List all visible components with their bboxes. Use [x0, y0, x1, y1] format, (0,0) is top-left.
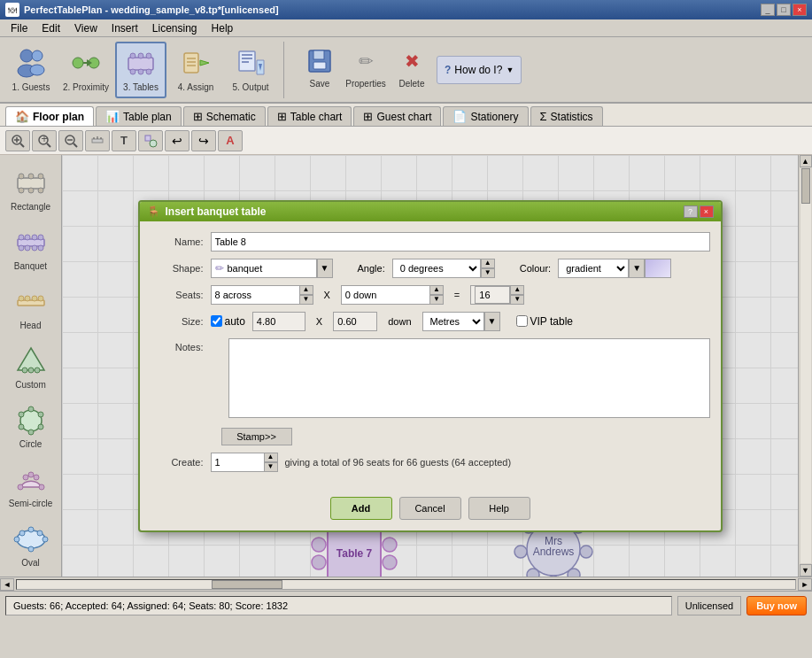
tables-button[interactable]: 3. Tables: [115, 42, 166, 98]
vip-checkbox-label[interactable]: VIP table: [516, 315, 573, 328]
sidebar-item-head[interactable]: Head: [4, 279, 58, 335]
unit-select[interactable]: Metres Feet: [422, 312, 484, 331]
tab-stationery[interactable]: 📄 Stationery: [443, 106, 528, 126]
sidebar-item-oval[interactable]: Oval: [4, 516, 58, 572]
measure-button[interactable]: [85, 130, 110, 151]
maximize-button[interactable]: □: [777, 4, 791, 16]
tab-floor-plan[interactable]: 🏠 Floor plan: [5, 106, 94, 126]
tab-schematic[interactable]: ⊞ Schematic: [183, 106, 266, 126]
colour-dropdown-button[interactable]: ▼: [629, 259, 645, 278]
help-button[interactable]: Help: [468, 497, 530, 520]
undo-button[interactable]: ↩: [165, 130, 189, 151]
output-icon: [233, 45, 268, 81]
tab-table-plan[interactable]: 📊 Table plan: [96, 106, 182, 126]
unit-dropdown-button[interactable]: ▼: [484, 312, 500, 331]
shapes-button[interactable]: [138, 130, 163, 151]
menu-licensing[interactable]: Licensing: [145, 20, 205, 36]
close-button[interactable]: ×: [793, 4, 807, 16]
seats-down-spinner-buttons[interactable]: ▲ ▼: [429, 285, 444, 305]
hscroll-left-button[interactable]: ◄: [0, 578, 14, 591]
dialog-title-text: Insert banquet table: [166, 205, 267, 218]
sidebar-item-rectangle[interactable]: Rectangle: [4, 160, 58, 216]
seats-across-input[interactable]: [211, 285, 299, 305]
scroll-thumb[interactable]: [801, 168, 810, 204]
menu-insert[interactable]: Insert: [104, 20, 145, 36]
sidebar-item-semi-circle[interactable]: Semi-circle: [4, 457, 58, 513]
seats-total-spinner[interactable]: ▲ ▼: [510, 285, 524, 305]
angle-up-button[interactable]: ▲: [481, 259, 495, 268]
horizontal-scrollbar[interactable]: ◄ ►: [0, 577, 812, 591]
dialog-close-button[interactable]: ×: [700, 205, 714, 218]
titlebar-controls[interactable]: _ □ ×: [761, 4, 807, 16]
colour-select[interactable]: gradient: [558, 259, 629, 278]
menu-edit[interactable]: Edit: [35, 20, 67, 36]
dialog-help-button[interactable]: ?: [684, 205, 698, 218]
seats-across-spinner-buttons[interactable]: ▲ ▼: [299, 285, 313, 305]
right-scrollbar[interactable]: ▲ ▼: [798, 155, 812, 577]
sidebar-item-banquet[interactable]: Banquet: [4, 220, 58, 275]
sidebar-item-circle[interactable]: Circle: [4, 398, 58, 453]
guests-button[interactable]: 1. Guests: [5, 42, 57, 98]
properties-button[interactable]: ✏ Properties: [344, 42, 387, 98]
seats-total-down[interactable]: ▼: [510, 295, 524, 305]
zoom-out-button[interactable]: [58, 130, 83, 151]
colour-swatch[interactable]: [645, 259, 671, 278]
format-button[interactable]: A: [218, 130, 243, 151]
tab-statistics[interactable]: Σ Statistics: [530, 106, 603, 126]
seats-across-down-button[interactable]: ▼: [299, 295, 313, 305]
vip-checkbox[interactable]: [516, 315, 528, 327]
menu-file[interactable]: File: [4, 20, 35, 36]
minimize-button[interactable]: _: [761, 4, 775, 16]
cancel-button[interactable]: Cancel: [399, 497, 461, 520]
seats-down-up-button[interactable]: ▲: [429, 285, 444, 295]
seats-total-input[interactable]: [475, 286, 510, 304]
seats-total-up[interactable]: ▲: [510, 285, 524, 295]
create-input[interactable]: [211, 453, 264, 472]
sidebar-item-custom[interactable]: Custom: [4, 338, 58, 394]
menu-view[interactable]: View: [67, 20, 104, 36]
floor-plan-canvas[interactable]: Table 7 Mrs Andrews: [62, 155, 798, 577]
tab-table-chart[interactable]: ⊞ Table chart: [267, 106, 352, 126]
notes-textarea[interactable]: [228, 338, 710, 418]
dialog-controls[interactable]: ? ×: [684, 205, 714, 218]
shape-display[interactable]: ✏ banquet: [211, 259, 317, 278]
seats-across-up-button[interactable]: ▲: [299, 285, 313, 295]
create-up-button[interactable]: ▲: [264, 453, 278, 462]
buy-now-button[interactable]: Buy now: [746, 596, 807, 615]
create-down-button[interactable]: ▼: [264, 462, 278, 472]
how-do-i-button[interactable]: ? How do I? ▼: [437, 56, 522, 84]
hscroll-right-button[interactable]: ►: [798, 578, 812, 591]
menu-help[interactable]: Help: [205, 20, 241, 36]
seats-down-input[interactable]: [341, 285, 429, 305]
zoom-in-button[interactable]: +: [32, 130, 57, 151]
output-label: 5. Output: [232, 82, 268, 93]
size-across-input[interactable]: [252, 312, 305, 331]
sidebar-item-seat-row[interactable]: Seat row: [4, 576, 58, 577]
unlicensed-button[interactable]: Unlicensed: [677, 596, 741, 615]
assign-button[interactable]: 4. Assign: [170, 42, 221, 98]
dialog-title: 🪑 Insert banquet table: [147, 205, 267, 218]
output-button[interactable]: 5. Output: [225, 42, 276, 98]
stamp-button[interactable]: Stamp>>: [221, 428, 292, 445]
delete-button[interactable]: ✖ Delete: [391, 42, 433, 98]
save-button[interactable]: Save: [298, 42, 341, 98]
scroll-down-button[interactable]: ▼: [800, 564, 812, 577]
shape-dropdown-button[interactable]: ▼: [317, 259, 333, 278]
name-input[interactable]: [211, 232, 710, 252]
hscroll-thumb[interactable]: [212, 580, 282, 589]
angle-down-button[interactable]: ▼: [481, 268, 495, 278]
create-spinner-buttons[interactable]: ▲ ▼: [264, 453, 278, 472]
text-button[interactable]: T: [112, 130, 136, 151]
auto-checkbox[interactable]: [211, 315, 222, 327]
scroll-up-button[interactable]: ▲: [800, 155, 812, 167]
angle-select[interactable]: 0 degrees: [392, 259, 481, 278]
redo-button[interactable]: ↪: [191, 130, 216, 151]
add-button[interactable]: Add: [330, 497, 392, 520]
angle-spinner[interactable]: ▲ ▼: [481, 259, 495, 278]
tab-guest-chart[interactable]: ⊞ Guest chart: [353, 106, 441, 126]
zoom-fit-button[interactable]: [5, 130, 30, 151]
seats-down-down-button[interactable]: ▼: [429, 295, 444, 305]
auto-checkbox-label[interactable]: auto: [211, 315, 245, 328]
size-down-input[interactable]: [333, 312, 377, 331]
proximity-button[interactable]: 2. Proximity: [60, 42, 112, 98]
